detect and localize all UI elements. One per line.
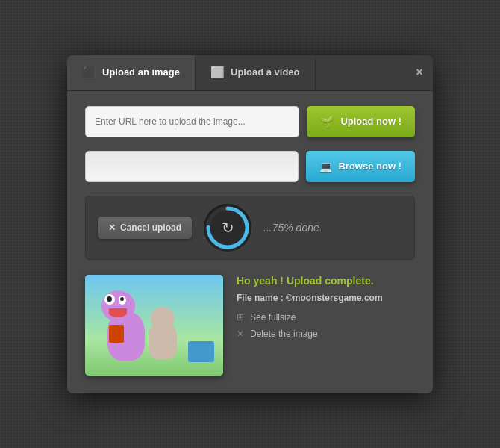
uploaded-image-thumbnail [85,275,223,376]
second-monster-head [151,307,175,329]
upload-complete-status: Ho yeah ! Upload complete. [237,275,415,287]
cancel-x-icon: ✕ [108,223,116,233]
result-area: Ho yeah ! Upload complete. File name : ©… [85,275,415,376]
upload-now-label: Upload now ! [340,116,401,127]
progress-circle: ↻ [204,204,251,252]
tab-upload-image-label: Upload an image [102,66,180,78]
refresh-icon: ↻ [222,219,234,237]
see-fullsize-link[interactable]: ⊞ See fullsize [237,312,415,323]
file-name-label: File name : [237,293,286,303]
result-info: Ho yeah ! Upload complete. File name : ©… [237,275,415,345]
monster-eye-left [104,294,115,305]
file-input-display [85,151,299,182]
file-name-display: File name : ©moonstersgame.com [237,293,415,303]
delete-image-label: Delete the image [250,329,318,339]
upload-dialog: ⬛ Upload an image ⬜ Upload a video × 🌱 U… [67,55,433,393]
file-name-value: ©moonstersgame.com [286,293,383,303]
monster-scene [85,275,223,376]
url-row: 🌱 Upload now ! [85,106,415,137]
browse-icon: 💻 [319,161,332,172]
upload-cloud-icon: 🌱 [320,115,334,128]
tab-upload-video[interactable]: ⬜ Upload a video [196,55,315,90]
close-button[interactable]: × [406,55,433,90]
delete-x-icon: ✕ [237,329,244,339]
browse-row: 💻 Browse now ! [85,151,415,182]
monster-eye-right [119,296,126,305]
delete-image-link[interactable]: ✕ Delete the image [237,329,415,339]
upload-now-button[interactable]: 🌱 Upload now ! [307,106,415,137]
cancel-upload-label: Cancel upload [120,223,181,233]
progress-row: ✕ Cancel upload ↻ ...75% done. [85,196,415,260]
cancel-upload-button[interactable]: ✕ Cancel upload [98,217,192,239]
image-tab-icon: ⬛ [82,66,96,79]
monster-mouth [109,308,127,317]
dialog-content: 🌱 Upload now ! 💻 Browse now ! ✕ Cancel u… [67,91,433,393]
tab-bar: ⬛ Upload an image ⬜ Upload a video × [67,55,433,91]
video-tab-icon: ⬜ [210,66,225,79]
url-input[interactable] [85,106,299,137]
browse-now-label: Browse now ! [338,161,401,172]
browse-now-button[interactable]: 💻 Browse now ! [306,151,415,182]
tab-upload-video-label: Upload a video [231,66,299,78]
blue-box [188,341,214,362]
progress-label: ...75% done. [263,222,322,234]
card-box [109,325,124,343]
see-fullsize-label: See fullsize [250,312,296,323]
tab-upload-image[interactable]: ⬛ Upload an image [67,55,196,90]
see-fullsize-icon: ⊞ [237,312,244,323]
